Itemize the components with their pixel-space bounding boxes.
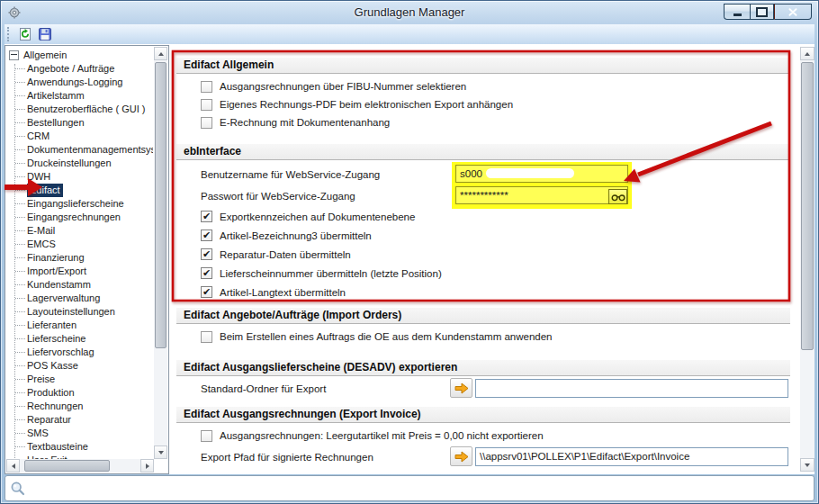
- tree-item-label: Dokumentenmanagementsys: [27, 143, 153, 157]
- checkbox[interactable]: [201, 81, 212, 93]
- tree-item-reparatur[interactable]: Reparatur: [5, 413, 153, 427]
- close-button[interactable]: [774, 4, 812, 20]
- tree-item-layouteinstellungen[interactable]: Layouteinstellungen: [5, 305, 153, 319]
- tree-item-artikelstamm[interactable]: Artikelstamm: [5, 89, 153, 103]
- tree-item-liefervorschlag[interactable]: Liefervorschlag: [5, 346, 153, 359]
- tree-item-sms[interactable]: SMS: [5, 427, 153, 440]
- checkbox[interactable]: [201, 117, 212, 129]
- invoice-export-path-input[interactable]: \\appsrv01\POLLEX\P1\Edifact\Export\Invo…: [475, 447, 788, 466]
- refresh-button[interactable]: [15, 24, 35, 44]
- scrollbar-thumb[interactable]: [801, 62, 814, 350]
- content-vertical-scrollbar[interactable]: [800, 47, 814, 472]
- scroll-up-button[interactable]: [154, 47, 167, 60]
- checkbox[interactable]: [201, 99, 212, 111]
- tree-item-textbausteine[interactable]: Textbausteine: [5, 440, 153, 454]
- tree-horizontal-scrollbar[interactable]: [6, 459, 154, 472]
- section-header: Edifact Allgemein: [176, 58, 790, 74]
- checkbox[interactable]: ✔: [201, 267, 212, 279]
- checkbox-row[interactable]: ✔Artikel-Bezeichnung3 übermitteln: [176, 226, 790, 245]
- tree-item-label: Textbausteine: [27, 440, 88, 454]
- collapse-icon[interactable]: [9, 50, 19, 60]
- tree-item-anwendungs-logging[interactable]: Anwendungs-Logging: [5, 76, 153, 89]
- checkbox-row[interactable]: Beim Erstellen eines Auftrags die OE aus…: [176, 328, 790, 346]
- desadv-export-folder-input[interactable]: [475, 379, 788, 398]
- tree-item-lieferscheine[interactable]: Lieferscheine: [5, 332, 153, 346]
- scroll-down-button[interactable]: [154, 446, 167, 459]
- tree-item-label: E-Mail: [27, 224, 55, 238]
- refresh-icon: [18, 27, 32, 41]
- webservice-password-input[interactable]: ************: [455, 186, 628, 204]
- magnifier-icon: [10, 481, 26, 497]
- checkbox-label: E-Rechnung mit Dokumentenanhang: [220, 117, 390, 128]
- checkbox[interactable]: ✔: [201, 211, 212, 222]
- checkbox[interactable]: ✔: [201, 230, 212, 241]
- tree-item-finanzierung[interactable]: Finanzierung: [5, 251, 153, 265]
- tree-item-e-mail[interactable]: E-Mail: [5, 224, 153, 238]
- tree-vertical-scrollbar[interactable]: [154, 47, 167, 459]
- tree-item-label: Allgemein: [23, 49, 67, 62]
- checkbox[interactable]: [201, 430, 212, 442]
- tree-item-bestellungen[interactable]: Bestellungen: [5, 116, 153, 130]
- toolbar-grip[interactable]: [7, 27, 12, 41]
- reveal-password-button[interactable]: [608, 189, 627, 204]
- browse-button[interactable]: [450, 446, 472, 466]
- save-button[interactable]: [35, 24, 55, 44]
- search-input[interactable]: [30, 479, 814, 499]
- tree-item-eingangsrechnungen[interactable]: Eingangsrechnungen: [5, 211, 153, 224]
- browse-button[interactable]: [450, 378, 472, 398]
- checkbox-row[interactable]: Ausgangsrechnungen: Leergutartikel mit P…: [176, 427, 790, 445]
- search-bar[interactable]: [4, 475, 814, 501]
- tree-item-emcs[interactable]: EMCS: [5, 238, 153, 251]
- checkbox[interactable]: ✔: [201, 286, 212, 298]
- scroll-down-icon: [158, 451, 164, 454]
- tree-item-preise[interactable]: Preise: [5, 373, 153, 386]
- webservice-username-input[interactable]: s000: [455, 165, 628, 183]
- checkbox[interactable]: [201, 474, 212, 475]
- tree-item-crm[interactable]: CRM: [5, 130, 153, 143]
- maximize-button[interactable]: [750, 4, 774, 20]
- scroll-down-icon: [805, 464, 810, 467]
- tree-item-label: Benutzeroberfläche ( GUI ): [27, 103, 145, 116]
- tree-item-kundenstamm[interactable]: Kundenstamm: [5, 278, 153, 292]
- checkbox-row[interactable]: Ausgangsrechnungen über FIBU-Nummer sele…: [176, 77, 790, 95]
- checkbox-row[interactable]: ✔Lieferscheinnummer übermitteln (letzte …: [176, 264, 790, 283]
- tree-item-rechnungen[interactable]: Rechnungen: [5, 400, 153, 413]
- checkbox[interactable]: ✔: [201, 248, 212, 260]
- window-title: Grundlagen Manager: [1, 5, 818, 19]
- tree-item-eingangslieferscheine[interactable]: Eingangslieferscheine: [5, 197, 153, 211]
- tree-item-lagerverwaltung[interactable]: Lagerverwaltung: [5, 292, 153, 305]
- scrollbar-thumb[interactable]: [24, 460, 110, 472]
- tree-item-angebote-auftr-ge[interactable]: Angebote / Aufträge: [5, 62, 153, 76]
- tree-item-dokumentenmanagementsys[interactable]: Dokumentenmanagementsys: [5, 143, 153, 157]
- checkbox-row[interactable]: Rechnungslisten beim Export von Rechnung…: [176, 471, 790, 474]
- settings-section: Edifact Ausgangslieferscheine (DESADV) e…: [176, 360, 790, 399]
- settings-panel: Edifact AllgemeinAusgangsrechnungen über…: [170, 45, 798, 474]
- content-panel: Edifact AllgemeinAusgangsrechnungen über…: [170, 45, 814, 474]
- checkbox-row[interactable]: ✔Exportkennzeichen auf Dokumentenebene: [176, 207, 790, 226]
- tree-item-druckeinstellungen[interactable]: Druckeinstellungen: [5, 157, 153, 170]
- tree-item-dwh[interactable]: DWH: [5, 170, 153, 184]
- tree-item-import-export[interactable]: Import/Export: [5, 265, 153, 278]
- tree-item-edifact[interactable]: Edifact: [5, 184, 153, 197]
- save-icon: [38, 27, 52, 41]
- scroll-right-button[interactable]: [140, 459, 154, 472]
- checkbox-row[interactable]: Eigenes Rechnungs-PDF beim elektronische…: [176, 95, 790, 113]
- checkbox-row[interactable]: ✔Artikel-Langtext übermitteln: [176, 283, 790, 302]
- tree-item-pos-kasse[interactable]: POS Kasse: [5, 359, 153, 373]
- scroll-down-button[interactable]: [800, 458, 814, 472]
- checkbox-row[interactable]: E-Rechnung mit Dokumentenanhang: [176, 113, 790, 131]
- scroll-left-button[interactable]: [6, 459, 20, 472]
- settings-section: Edifact AllgemeinAusgangsrechnungen über…: [176, 58, 790, 131]
- tree-item-root[interactable]: Allgemein: [5, 49, 153, 62]
- scrollbar-thumb[interactable]: [155, 62, 166, 348]
- minimize-button[interactable]: [724, 4, 750, 20]
- scroll-up-button[interactable]: [800, 47, 814, 60]
- tree-item-benutzeroberfl-che-gui-[interactable]: Benutzeroberfläche ( GUI ): [5, 103, 153, 116]
- tree-item-label: Lieferscheine: [27, 332, 86, 346]
- tree-item-produktion[interactable]: Produktion: [5, 386, 153, 400]
- checkbox-row[interactable]: ✔Reparatur-Daten übermitteln: [176, 245, 790, 264]
- checkbox[interactable]: [201, 331, 212, 343]
- tree: AllgemeinAngebote / AufträgeAnwendungs-L…: [5, 49, 153, 459]
- titlebar[interactable]: Grundlagen Manager: [1, 1, 818, 24]
- tree-item-lieferanten[interactable]: Lieferanten: [5, 319, 153, 332]
